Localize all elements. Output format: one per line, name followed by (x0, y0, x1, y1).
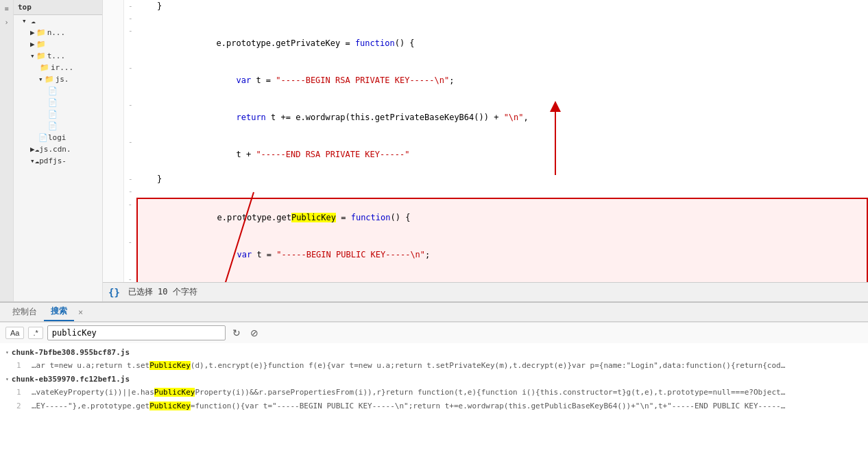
result-filename-2: chunk-eb359970.fc12bef1.js (12, 375, 130, 384)
tree-item-folder-t[interactable]: ▾ 📁 t... (14, 50, 102, 62)
match-highlight: PublicKey (149, 361, 191, 370)
bottom-panel: 控制台 搜索 × Aa .* ↻ ⊘ ▾ chunk-7bfbe308.955b… (0, 302, 868, 453)
tab-search[interactable]: 搜索 (44, 303, 74, 321)
cloud-pdfjs-label: pdfjs- (39, 156, 67, 165)
selected-text-info: 已选择 10 个字符 (128, 286, 197, 298)
code-line: - (103, 12, 867, 25)
folder-arrow-2: ▶ (30, 40, 35, 49)
code-table: - } - - (103, 0, 868, 282)
tree-item-folder-ir[interactable]: 📁 ir... (14, 62, 102, 73)
tree-file-1[interactable]: 📄 (14, 85, 102, 97)
line-dash: - (123, 273, 137, 282)
line-code: var t = "-----BEGIN RSA PRIVATE KEY-----… (137, 62, 867, 99)
line-dash: - (123, 198, 137, 236)
line-code: return t += e.wordwrap(this.getPublicBas… (137, 273, 867, 282)
tree-item-folder-2[interactable]: ▶ 📁 (14, 38, 102, 50)
line-code: t + "-----END RSA PRIVATE KEY-----" (137, 136, 867, 173)
tab-close-btn[interactable]: × (74, 305, 87, 320)
result-filename-1: chunk-7bfbe308.955bcf87.js (12, 348, 130, 357)
refresh-btn[interactable]: ↻ (230, 326, 243, 340)
line-code: var t = "-----BEGIN PUBLIC KEY-----\n"; (137, 236, 867, 273)
folder-label-n: n... (47, 28, 66, 37)
file-tree: top ▾ ☁ ▶ 📁 n... ▶ 📁 ▾ 📁 t... 📁 ir... ▾ … (14, 0, 103, 301)
result-text-2-2: …EY-----"},e.prototype.getPublicKey=func… (32, 401, 786, 412)
code-line: - e.prototype.getPrivateKey = function()… (103, 25, 867, 62)
clear-btn[interactable]: ⊘ (248, 326, 261, 340)
search-input[interactable] (47, 325, 226, 340)
result-linenum-2-1: 1 (16, 387, 27, 398)
line-code: return t += e.wordwrap(this.getPrivateBa… (137, 99, 867, 136)
result-row-2-1[interactable]: 1 …vateKeyProperty(i))||e.hasPublicKeyPr… (0, 386, 868, 399)
panel-arrow-btn[interactable]: › (1, 16, 12, 27)
result-row-2-2[interactable]: 2 …EY-----"},e.prototype.getPublicKey=fu… (0, 399, 868, 413)
folder-icon: 📁 (36, 28, 46, 37)
line-number (103, 136, 123, 173)
tree-file-logi[interactable]: 📄 logi (14, 132, 102, 143)
result-linenum-1-1: 1 (16, 360, 27, 371)
line-dash: - (123, 136, 137, 173)
line-number (103, 62, 123, 99)
line-code: } (137, 173, 867, 185)
line-dash: - (123, 99, 137, 136)
line-number (103, 173, 123, 185)
line-code: e.prototype.getPublicKey = function() { (137, 198, 867, 236)
result-file-2: ▾ chunk-eb359970.fc12bef1.js (0, 373, 868, 386)
cloud-js-label: js.cdn. (39, 145, 71, 154)
line-dash: - (123, 25, 137, 62)
result-row-1-1[interactable]: 1 …ar t=new u.a;return t.setPublicKey(d)… (0, 359, 868, 373)
folder-icon-ir: 📁 (40, 63, 49, 72)
triangle-icon-1: ▾ (5, 349, 9, 356)
file-icon-1: 📄 (48, 86, 58, 95)
results-area[interactable]: ▾ chunk-7bfbe308.955bcf87.js 1 …ar t=new… (0, 343, 868, 453)
cloud-pdfjs-arrow: ▾ (30, 156, 35, 165)
folder-label-js: js. (56, 75, 69, 84)
folder-icon-t: 📁 (36, 51, 46, 60)
tree-item-cloud-pdfjs[interactable]: ▾ ☁ pdfjs- (14, 155, 102, 167)
case-sensitive-btn[interactable]: Aa (5, 327, 24, 339)
tree-item-folder-js[interactable]: ▾ 📁 js. (14, 73, 102, 85)
tree-cloud-icon: ▾ ☁ (22, 16, 36, 25)
code-container[interactable]: - } - - (103, 0, 868, 282)
triangle-icon-2: ▾ (5, 376, 9, 382)
folder-icon-js: 📁 (45, 75, 54, 84)
code-line: - } (103, 0, 867, 12)
code-line: - t + "-----END RSA PRIVATE KEY-----" (103, 136, 867, 173)
line-number (103, 273, 123, 282)
search-input-row: Aa .* ↻ ⊘ (0, 322, 868, 343)
line-number (103, 25, 123, 62)
folder-label-t: t... (47, 51, 66, 60)
panel-toggle-btn[interactable]: ≡ (1, 3, 12, 14)
tree-file-2[interactable]: 📄 (14, 97, 102, 108)
tree-item-folder-n[interactable]: ▶ 📁 n... (14, 27, 102, 38)
curly-brace-icon: {} (108, 287, 120, 298)
cloud-js-arrow: ▶ (30, 145, 35, 154)
file-icon-2: 📄 (48, 98, 58, 107)
tree-file-3[interactable]: 📄 (14, 108, 102, 120)
folder-icon-2: 📁 (36, 40, 46, 49)
bottom-toolbar: {} 已选择 10 个字符 (103, 282, 868, 301)
tree-file-4[interactable]: 📄 (14, 120, 102, 132)
match-highlight: PublicKey (149, 402, 191, 410)
code-line: - } (103, 173, 867, 185)
line-number (103, 198, 123, 236)
tree-item-cloud-js[interactable]: ▶ ☁ js.cdn. (14, 143, 102, 155)
line-code (137, 12, 867, 25)
line-code: e.prototype.getPrivateKey = function() { (137, 25, 867, 62)
tree-item-cloud1[interactable]: ▾ ☁ (14, 15, 102, 27)
editor-area: - } - - (103, 0, 868, 301)
tab-console[interactable]: 控制台 (5, 303, 44, 321)
line-code: } (137, 0, 867, 12)
line-dash: - (123, 12, 137, 25)
line-dash: - (123, 236, 137, 273)
sidebar-header: top (14, 0, 102, 15)
cloud-pdfjs-icon: ☁ (35, 156, 40, 165)
main-area: ≡ › top ▾ ☁ ▶ 📁 n... ▶ 📁 ▾ 📁 t... 📁 ir..… (0, 0, 868, 302)
line-dash: - (123, 173, 137, 185)
left-panel-toggle: ≡ › (0, 0, 14, 301)
folder-arrow-t: ▾ (30, 51, 35, 60)
match-highlight: PublicKey (154, 388, 195, 397)
folder-arrow-js: ▾ (38, 75, 43, 84)
regex-btn[interactable]: .* (28, 327, 43, 339)
line-dash: - (123, 0, 137, 12)
folder-label-ir: ir... (51, 63, 73, 72)
